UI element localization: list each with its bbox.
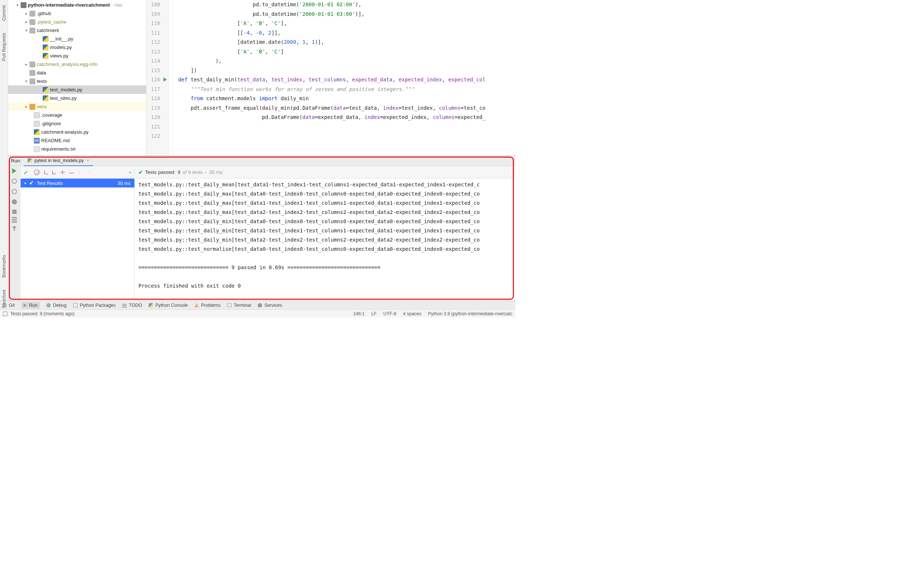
gutter-tab-bookmarks[interactable]: Bookmarks (1, 253, 8, 279)
code-line[interactable]: pd.to_datetime('2000-01-01 02:00'), (178, 0, 515, 9)
folder-ex-icon (29, 104, 35, 110)
code-editor[interactable]: 1081091101111121131141151161171181191201… (147, 0, 515, 155)
toolwindow-problems[interactable]: Problems (194, 303, 220, 308)
toggle-auto-test-icon[interactable] (12, 189, 17, 194)
pytest-icon (27, 158, 32, 163)
code-line[interactable]: [datetime.date(2000, 1, 1)], (178, 38, 515, 47)
run-config-tab[interactable]: pytest in test_models.py × (24, 156, 93, 166)
prev-failed-icon[interactable]: ↑ (78, 169, 84, 175)
test-results-root[interactable]: ▾ ✔ Test Results 30 ms (21, 179, 134, 187)
code-line[interactable]: pd.DataFrame(data=expected_data, index=e… (178, 113, 515, 122)
toolwindow-debug[interactable]: Debug (46, 303, 67, 308)
toolwindow-python-packages[interactable]: Python Packages (73, 303, 115, 308)
toolwindow-run[interactable]: Run (21, 302, 40, 309)
bug-icon (46, 303, 51, 307)
editor-code-area[interactable]: pd.to_datetime('2000-01-01 02:00'), pd.t… (173, 0, 515, 155)
next-failed-icon[interactable]: ↓ (88, 169, 94, 175)
show-passed-icon[interactable]: ✔ (24, 169, 29, 175)
tree-row[interactable]: ·requirements.txt (8, 145, 146, 153)
tree-label: README.md (41, 138, 70, 143)
layout-icon[interactable] (12, 219, 17, 221)
line-number: 108 (151, 0, 160, 9)
toolwindow-terminal[interactable]: Terminal (227, 303, 251, 308)
toolwindow-services[interactable]: Services (258, 303, 282, 308)
code-line[interactable] (178, 122, 515, 132)
toolwindow-label: TODO (129, 303, 142, 308)
run-icon (24, 303, 27, 307)
warn-icon (194, 303, 199, 307)
tree-row[interactable]: ·test_sites.py (8, 94, 146, 102)
py-icon (43, 36, 49, 42)
tree-row[interactable]: ▸.pytest_cache (8, 18, 146, 26)
expand-all-icon[interactable] (61, 170, 65, 175)
tree-row[interactable]: ·.gitignore (8, 119, 146, 128)
tree-row[interactable]: ▸catchment_analysis.egg-info (8, 60, 146, 68)
tree-row[interactable]: ▸venv (8, 102, 146, 111)
py-icon (43, 87, 49, 93)
status-right-item[interactable]: UTF-8 (383, 311, 396, 316)
chevron-right-icon[interactable]: ▸ (24, 11, 28, 15)
tree-row[interactable]: ·catchment-analysis.py (8, 128, 146, 136)
code-line[interactable] (178, 131, 515, 141)
editor-fold-column (168, 0, 173, 155)
tree-row[interactable]: ·views.py (8, 52, 146, 60)
code-line[interactable]: ), (178, 56, 515, 66)
file-icon (34, 112, 40, 118)
code-line[interactable]: ['A', 'B', 'C'], (178, 19, 515, 28)
collapse-all-icon[interactable] (69, 173, 74, 173)
code-line[interactable]: pdt.assert_frame_equal(daily_min(pd.Data… (178, 103, 515, 113)
code-line[interactable]: def test_daily_min(test_data, test_index… (178, 75, 515, 85)
chevron-right-icon[interactable]: ▸ (24, 105, 28, 109)
tree-label: .github (37, 11, 51, 16)
gutter-tab-commit[interactable]: Commit (1, 4, 8, 23)
tree-row[interactable]: ·test_models.py (8, 85, 146, 94)
status-right-item[interactable]: 146:1 (353, 311, 364, 316)
chevron-down-icon[interactable]: ▾ (24, 79, 28, 83)
code-line[interactable]: """Test min function works for array of … (178, 85, 515, 94)
chevron-right-icon[interactable]: ▸ (24, 20, 28, 24)
toolwindow-git[interactable]: Git (3, 303, 15, 308)
chevron-right-icon[interactable]: ▸ (24, 62, 28, 66)
rerun-icon[interactable] (12, 168, 17, 173)
toolwindow-python-console[interactable]: Python Console (149, 303, 188, 308)
tree-row[interactable]: ·data (8, 68, 146, 77)
status-right-item[interactable]: Python 3.9 (python-intermediate-rivercat… (428, 311, 513, 316)
sort-desc-icon[interactable] (52, 170, 56, 175)
status-right-item[interactable]: LF (372, 311, 377, 316)
tree-row[interactable]: ·__init__.py (8, 35, 146, 43)
toolwindow-toggle-icon[interactable] (3, 312, 8, 316)
chevron-down-icon[interactable]: ▾ (15, 3, 19, 7)
sort-asc-icon[interactable] (44, 170, 48, 175)
code-line[interactable]: [[-4, -6, 2]], (178, 28, 515, 38)
toolwindow-label: Python Packages (80, 303, 115, 308)
code-line[interactable]: from catchment.models import daily_min (178, 94, 515, 103)
code-line[interactable]: ['A', 'B', 'C'] (178, 47, 515, 57)
status-right-item[interactable]: 4 spaces (403, 311, 422, 316)
toolwindow-todo[interactable]: TODO (122, 303, 142, 308)
py-icon (43, 44, 49, 50)
tree-row[interactable]: ▾tests (8, 77, 146, 85)
tree-label: models.py (50, 44, 72, 50)
tree-row[interactable]: ▾catchment (8, 26, 146, 35)
line-number: 121 (151, 122, 160, 132)
code-line[interactable]: pd.to_datetime('2000-01-01 03:00')], (178, 9, 515, 19)
tree-row[interactable]: ·.coverage (8, 111, 146, 119)
tree-row[interactable]: ▸.github (8, 9, 146, 18)
tree-row[interactable]: ·MDREADME.md (8, 136, 146, 145)
project-tree[interactable]: ▾python-intermediate-rivercatchment~/wo▸… (8, 0, 147, 155)
show-ignored-icon[interactable] (34, 169, 40, 175)
rerun-failed-icon[interactable] (12, 179, 17, 184)
test-output[interactable]: test_models.py::test_daily_mean[test_dat… (135, 179, 515, 301)
folder-icon (29, 27, 35, 33)
pin-icon[interactable] (12, 226, 17, 231)
tree-row[interactable]: ▾python-intermediate-rivercatchment~/wo (8, 1, 146, 9)
stop-icon[interactable] (12, 210, 17, 214)
close-icon[interactable]: × (87, 158, 90, 163)
gutter-tab-pull-requests[interactable]: Pull Requests (1, 31, 8, 62)
tree-row[interactable]: ·models.py (8, 43, 146, 52)
chevron-down-icon[interactable]: ▾ (24, 28, 28, 32)
code-line[interactable]: ]) (178, 66, 515, 76)
test-results-label: Test Results (37, 181, 63, 186)
run-gutter-icon[interactable] (164, 78, 167, 82)
settings-icon[interactable] (12, 199, 17, 204)
